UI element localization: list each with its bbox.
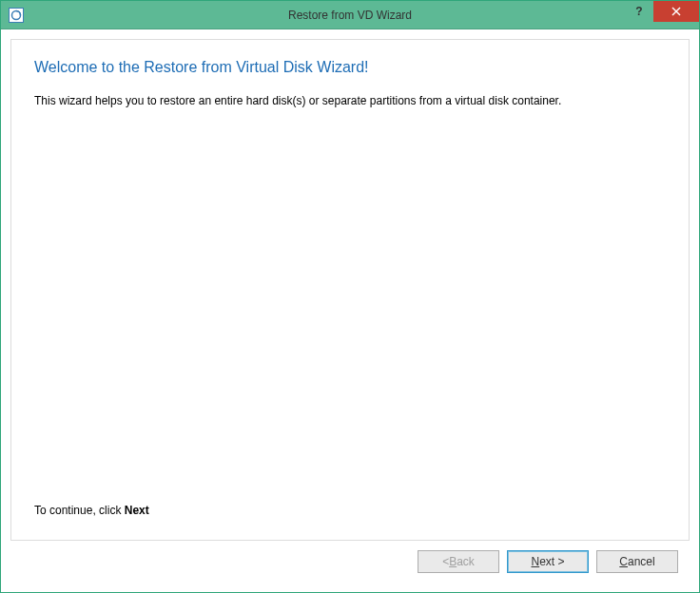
wizard-window: Restore from VD Wizard ? Welcome to the … (0, 0, 700, 593)
close-icon (671, 7, 681, 16)
help-button[interactable]: ? (625, 1, 653, 22)
page-heading: Welcome to the Restore from Virtual Disk… (34, 59, 666, 76)
next-rest: ext > (539, 555, 564, 568)
next-button[interactable]: Next > (507, 550, 589, 573)
cancel-rest: ancel (628, 555, 655, 568)
titlebar-buttons: ? (625, 1, 699, 29)
close-button[interactable] (653, 1, 699, 22)
cancel-button[interactable]: Cancel (596, 550, 678, 573)
app-icon (9, 8, 24, 23)
back-underline: B (449, 555, 457, 568)
page-description: This wizard helps you to restore an enti… (34, 93, 666, 109)
wizard-page: Welcome to the Restore from Virtual Disk… (10, 39, 690, 541)
content-area: Welcome to the Restore from Virtual Disk… (1, 29, 699, 592)
window-title: Restore from VD Wizard (1, 9, 699, 22)
spacer (34, 109, 666, 504)
button-bar: < Back Next > Cancel (10, 541, 690, 583)
back-prefix: < (442, 555, 449, 568)
continue-bold: Next (125, 504, 149, 517)
back-rest: ack (457, 555, 475, 568)
continue-prefix: To continue, click (34, 504, 125, 517)
back-button[interactable]: < Back (418, 550, 499, 573)
titlebar: Restore from VD Wizard ? (1, 1, 699, 29)
next-underline: N (531, 555, 539, 568)
help-icon: ? (635, 5, 642, 18)
cancel-underline: C (619, 555, 628, 568)
continue-hint: To continue, click Next (34, 504, 666, 517)
